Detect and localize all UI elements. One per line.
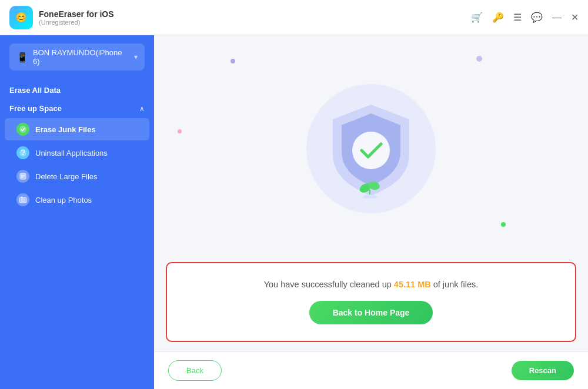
key-icon[interactable]: 🔑 [492,12,504,23]
app-info: FoneEraser for iOS (Unregistered) [39,9,471,26]
content-area: You have successfully cleaned up 45.11 M… [154,35,588,389]
dot-purple [230,59,235,63]
minimize-icon[interactable]: — [552,12,562,23]
close-icon[interactable]: ✕ [571,12,579,23]
device-selector[interactable]: 📱 BON RAYMUNDO(iPhone 6) ▾ [9,43,145,71]
title-bar: 😊 FoneEraser for iOS (Unregistered) 🛒 🔑 … [0,0,588,35]
svg-rect-8 [19,197,26,203]
cleanup-photos-icon [16,193,29,206]
svg-text:😊: 😊 [15,12,27,23]
dot-lavender [476,56,482,62]
sidebar-item-delete-large-label: Delete Large Files [35,172,98,181]
sidebar-item-delete-large[interactable]: Delete Large Files [5,165,149,187]
result-box: You have successfully cleaned up 45.11 M… [166,262,576,342]
device-chevron-icon: ▾ [134,53,138,61]
app-subtitle: (Unregistered) [39,19,471,26]
app-title: FoneEraser for iOS [39,9,471,19]
svg-point-15 [363,195,377,199]
delete-large-icon [16,170,29,183]
svg-point-11 [352,132,390,169]
title-bar-controls: 🛒 🔑 ☰ 💬 — ✕ [471,12,579,23]
sidebar-item-cleanup-photos[interactable]: Clean up Photos [5,189,149,211]
erase-all-section: Erase All Data [0,79,154,99]
chat-icon[interactable]: 💬 [531,12,543,23]
free-up-space-group-header[interactable]: Free up Space ∧ [0,99,154,118]
sidebar-item-erase-junk-label: Erase Junk Files [35,125,96,134]
dot-pink [178,129,182,133]
sidebar-item-erase-junk[interactable]: Erase Junk Files [5,118,149,140]
result-highlight: 45.11 MB [394,280,431,289]
main-layout: 📱 BON RAYMUNDO(iPhone 6) ▾ Erase All Dat… [0,35,588,389]
result-text-before: You have successfully cleaned up [264,280,394,289]
shield-svg [324,99,418,199]
svg-point-2 [19,126,26,133]
menu-icon[interactable]: ☰ [513,12,522,23]
bottom-bar: Back Rescan [154,351,588,389]
rescan-button[interactable]: Rescan [512,361,574,380]
svg-rect-10 [21,197,22,198]
uninstall-icon [16,146,29,159]
sidebar-item-uninstall[interactable]: Uninstall Applications [5,142,149,164]
circle-background [306,84,436,213]
result-text: You have successfully cleaned up 45.11 M… [264,280,479,289]
sidebar-item-cleanup-photos-label: Clean up Photos [35,196,92,204]
group-chevron-icon: ∧ [139,105,145,113]
illustration-area [154,35,588,262]
shield-container [306,84,436,213]
result-text-after: of junk files. [431,280,479,289]
device-name: BON RAYMUNDO(iPhone 6) [33,48,129,66]
device-icon: 📱 [16,52,28,63]
erase-junk-icon [16,123,29,136]
sidebar: 📱 BON RAYMUNDO(iPhone 6) ▾ Erase All Dat… [0,35,154,389]
back-to-home-button[interactable]: Back to Home Page [309,301,433,324]
cart-icon[interactable]: 🛒 [471,12,483,23]
back-button[interactable]: Back [168,360,222,381]
app-logo: 😊 [9,6,33,29]
dot-green [501,222,506,227]
sidebar-item-uninstall-label: Uninstall Applications [35,149,108,157]
free-up-space-title: Free up Space [9,104,62,113]
